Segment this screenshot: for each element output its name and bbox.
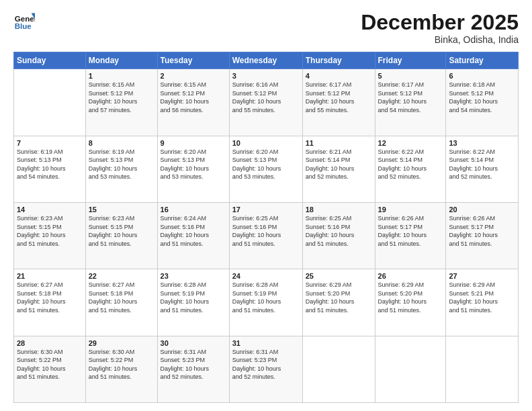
day-info: Sunrise: 6:17 AM Sunset: 5:12 PM Dayligh… [306,81,372,114]
day-info: Sunrise: 6:18 AM Sunset: 5:12 PM Dayligh… [449,81,515,114]
day-number: 20 [449,205,515,214]
calendar-cell: 1Sunrise: 6:15 AM Sunset: 5:12 PM Daylig… [85,69,157,136]
day-info: Sunrise: 6:15 AM Sunset: 5:12 PM Dayligh… [89,81,154,114]
calendar-cell: 31Sunrise: 6:31 AM Sunset: 5:23 PM Dayli… [229,336,302,402]
day-info: Sunrise: 6:22 AM Sunset: 5:14 PM Dayligh… [449,148,515,181]
day-number: 25 [306,272,372,280]
calendar-cell: 15Sunrise: 6:23 AM Sunset: 5:15 PM Dayli… [85,202,157,269]
day-number: 3 [232,72,300,80]
day-info: Sunrise: 6:29 AM Sunset: 5:20 PM Dayligh… [378,281,443,314]
column-header-saturday: Saturday [446,52,519,69]
calendar-cell: 9Sunrise: 6:20 AM Sunset: 5:13 PM Daylig… [157,136,229,202]
day-info: Sunrise: 6:20 AM Sunset: 5:13 PM Dayligh… [161,148,226,181]
column-header-tuesday: Tuesday [157,52,229,69]
calendar-week-row: 1Sunrise: 6:15 AM Sunset: 5:12 PM Daylig… [14,69,519,136]
day-info: Sunrise: 6:29 AM Sunset: 5:21 PM Dayligh… [449,281,515,314]
day-number: 16 [161,205,226,214]
day-info: Sunrise: 6:21 AM Sunset: 5:14 PM Dayligh… [306,148,372,181]
day-number: 10 [232,139,300,147]
calendar-cell: 24Sunrise: 6:28 AM Sunset: 5:19 PM Dayli… [229,269,302,336]
day-number: 23 [161,272,226,280]
day-info: Sunrise: 6:27 AM Sunset: 5:18 PM Dayligh… [17,281,83,314]
title-block: December 2025 Binka, Odisha, India [361,11,519,45]
day-info: Sunrise: 6:24 AM Sunset: 5:16 PM Dayligh… [161,214,226,248]
day-number: 1 [89,72,154,80]
calendar-page: General Blue December 2025 Binka, Odisha… [0,0,532,411]
calendar-cell: 20Sunrise: 6:26 AM Sunset: 5:17 PM Dayli… [446,202,519,269]
calendar-cell: 25Sunrise: 6:29 AM Sunset: 5:20 PM Dayli… [302,269,375,336]
day-number: 28 [17,339,83,347]
day-info: Sunrise: 6:15 AM Sunset: 5:12 PM Dayligh… [161,81,226,114]
day-info: Sunrise: 6:29 AM Sunset: 5:20 PM Dayligh… [306,281,372,314]
day-number: 26 [378,272,443,280]
day-number: 6 [449,72,515,80]
day-number: 27 [449,272,515,280]
day-info: Sunrise: 6:28 AM Sunset: 5:19 PM Dayligh… [232,281,300,314]
day-number: 9 [161,139,226,147]
calendar-cell: 10Sunrise: 6:20 AM Sunset: 5:13 PM Dayli… [229,136,302,202]
day-info: Sunrise: 6:27 AM Sunset: 5:18 PM Dayligh… [89,281,154,314]
day-number: 24 [232,272,300,280]
calendar-cell: 17Sunrise: 6:25 AM Sunset: 5:16 PM Dayli… [229,202,302,269]
day-info: Sunrise: 6:31 AM Sunset: 5:23 PM Dayligh… [232,348,300,381]
calendar-cell: 19Sunrise: 6:26 AM Sunset: 5:17 PM Dayli… [375,202,446,269]
day-info: Sunrise: 6:22 AM Sunset: 5:14 PM Dayligh… [378,148,443,181]
calendar-cell: 4Sunrise: 6:17 AM Sunset: 5:12 PM Daylig… [302,69,375,136]
calendar-header-row: SundayMondayTuesdayWednesdayThursdayFrid… [14,52,519,69]
calendar-cell: 22Sunrise: 6:27 AM Sunset: 5:18 PM Dayli… [85,269,157,336]
day-info: Sunrise: 6:26 AM Sunset: 5:17 PM Dayligh… [378,214,443,248]
day-info: Sunrise: 6:28 AM Sunset: 5:19 PM Dayligh… [161,281,226,314]
day-number: 29 [89,339,154,347]
calendar-cell: 8Sunrise: 6:19 AM Sunset: 5:13 PM Daylig… [85,136,157,202]
day-number: 4 [306,72,372,80]
calendar-cell [375,336,446,402]
day-info: Sunrise: 6:25 AM Sunset: 5:16 PM Dayligh… [232,214,300,248]
day-number: 13 [449,139,515,147]
calendar-week-row: 28Sunrise: 6:30 AM Sunset: 5:22 PM Dayli… [14,336,519,402]
calendar-cell: 23Sunrise: 6:28 AM Sunset: 5:19 PM Dayli… [157,269,229,336]
day-info: Sunrise: 6:25 AM Sunset: 5:16 PM Dayligh… [306,214,372,248]
calendar-week-row: 21Sunrise: 6:27 AM Sunset: 5:18 PM Dayli… [14,269,519,336]
calendar-cell: 6Sunrise: 6:18 AM Sunset: 5:12 PM Daylig… [446,69,519,136]
day-number: 11 [306,139,372,147]
calendar-week-row: 14Sunrise: 6:23 AM Sunset: 5:15 PM Dayli… [14,202,519,269]
day-info: Sunrise: 6:23 AM Sunset: 5:15 PM Dayligh… [17,214,83,248]
logo-icon: General Blue [13,11,35,32]
day-number: 5 [378,72,443,80]
column-header-wednesday: Wednesday [229,52,302,69]
day-number: 15 [89,205,154,214]
column-header-sunday: Sunday [14,52,86,69]
month-title: December 2025 [361,11,519,34]
column-header-thursday: Thursday [302,52,375,69]
calendar-cell [446,336,519,402]
column-header-monday: Monday [85,52,157,69]
calendar-cell: 21Sunrise: 6:27 AM Sunset: 5:18 PM Dayli… [14,269,86,336]
calendar-cell: 18Sunrise: 6:25 AM Sunset: 5:16 PM Dayli… [302,202,375,269]
day-number: 7 [17,139,83,147]
day-info: Sunrise: 6:19 AM Sunset: 5:13 PM Dayligh… [89,148,154,181]
header: General Blue December 2025 Binka, Odisha… [13,11,519,45]
day-number: 18 [306,205,372,214]
calendar-cell: 13Sunrise: 6:22 AM Sunset: 5:14 PM Dayli… [446,136,519,202]
day-number: 19 [378,205,443,214]
calendar-cell: 30Sunrise: 6:31 AM Sunset: 5:23 PM Dayli… [157,336,229,402]
location-subtitle: Binka, Odisha, India [361,34,519,45]
calendar-cell [14,69,86,136]
calendar-cell: 26Sunrise: 6:29 AM Sunset: 5:20 PM Dayli… [375,269,446,336]
calendar-cell: 2Sunrise: 6:15 AM Sunset: 5:12 PM Daylig… [157,69,229,136]
calendar-cell: 27Sunrise: 6:29 AM Sunset: 5:21 PM Dayli… [446,269,519,336]
calendar-cell: 3Sunrise: 6:16 AM Sunset: 5:12 PM Daylig… [229,69,302,136]
day-number: 31 [232,339,300,347]
calendar-cell: 11Sunrise: 6:21 AM Sunset: 5:14 PM Dayli… [302,136,375,202]
day-info: Sunrise: 6:19 AM Sunset: 5:13 PM Dayligh… [17,148,83,181]
day-info: Sunrise: 6:30 AM Sunset: 5:22 PM Dayligh… [17,348,83,381]
svg-text:Blue: Blue [15,22,32,30]
calendar-cell: 7Sunrise: 6:19 AM Sunset: 5:13 PM Daylig… [14,136,86,202]
calendar-cell: 29Sunrise: 6:30 AM Sunset: 5:22 PM Dayli… [85,336,157,402]
day-number: 21 [17,272,83,280]
day-number: 17 [232,205,300,214]
day-number: 2 [161,72,226,80]
calendar-table: SundayMondayTuesdayWednesdayThursdayFrid… [13,52,519,403]
day-info: Sunrise: 6:16 AM Sunset: 5:12 PM Dayligh… [232,81,300,114]
calendar-cell: 28Sunrise: 6:30 AM Sunset: 5:22 PM Dayli… [14,336,86,402]
